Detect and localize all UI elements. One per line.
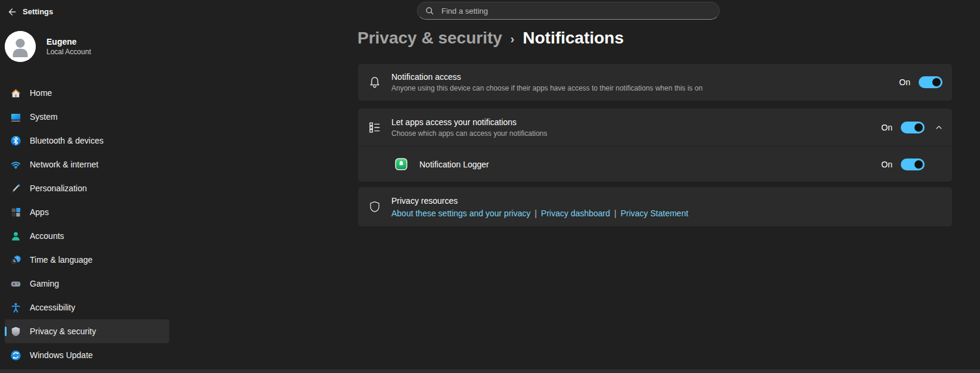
sidebar-item-accessibility[interactable]: Accessibility: [5, 296, 169, 319]
windows-update-icon: [10, 349, 21, 361]
setting-description: Choose which apps can access your notifi…: [391, 129, 881, 138]
system-icon: [10, 111, 21, 123]
avatar: [5, 31, 36, 62]
sidebar-nav: Home System Bluetooth & devices: [0, 81, 174, 367]
selection-indicator: [5, 327, 7, 336]
accessibility-person-icon: [10, 301, 21, 313]
setting-title: Privacy resources: [391, 195, 942, 206]
bluetooth-icon: [10, 135, 21, 147]
sidebar-item-accounts[interactable]: Accounts: [5, 224, 169, 248]
window-bottom-edge: [0, 369, 980, 373]
window-title: Settings: [23, 7, 53, 16]
toggle-state-label: On: [881, 160, 892, 169]
notification-logger-row: Notification Logger On: [358, 147, 952, 182]
privacy-links: About these settings and your privacy|Pr…: [391, 209, 942, 218]
toggle-state-label: On: [881, 123, 892, 132]
setting-title: Notification access: [391, 72, 899, 82]
link-separator: |: [614, 209, 617, 218]
link-privacy-dashboard[interactable]: Privacy dashboard: [541, 209, 610, 218]
sidebar-item-bluetooth-devices[interactable]: Bluetooth & devices: [5, 129, 169, 153]
toggle-knob: [932, 78, 941, 86]
sidebar-item-network-internet[interactable]: Network & internet: [5, 153, 169, 176]
sidebar-item-gaming[interactable]: Gaming: [5, 272, 169, 296]
clock-globe-icon: [10, 254, 21, 266]
gamepad-icon: [10, 278, 21, 290]
bell-icon: [358, 76, 391, 89]
paintbrush-icon: [10, 182, 21, 194]
app-name: Notification Logger: [419, 160, 489, 169]
link-about-settings-privacy[interactable]: About these settings and your privacy: [391, 209, 530, 218]
back-arrow-icon: [7, 7, 17, 17]
breadcrumb-chevron-icon: ›: [511, 32, 515, 46]
notification-access-toggle[interactable]: [919, 76, 942, 88]
breadcrumb-parent-link[interactable]: Privacy & security: [357, 29, 502, 48]
setting-title: Let apps access your notifications: [391, 117, 881, 128]
notification-access-card: Notification access Anyone using this de…: [357, 63, 953, 101]
shield-icon: [10, 325, 21, 337]
collapse-button[interactable]: [932, 120, 946, 135]
shield-outline-icon: [358, 200, 391, 213]
user-profile[interactable]: Eugene Local Account: [5, 31, 91, 62]
notification-logger-toggle[interactable]: [901, 158, 925, 170]
search-icon: [425, 6, 440, 15]
user-name: Eugene: [46, 36, 91, 47]
let-apps-access-group: Let apps access your notifications Choos…: [357, 108, 953, 182]
settings-content: Notification access Anyone using this de…: [357, 63, 953, 227]
sidebar-item-system[interactable]: System: [5, 105, 169, 129]
sidebar-item-time-language[interactable]: Time & language: [5, 248, 169, 272]
home-icon: [10, 87, 21, 99]
person-icon: [10, 230, 21, 242]
sidebar-item-privacy-security[interactable]: Privacy & security: [5, 319, 169, 343]
setting-description: Anyone using this device can choose if t…: [391, 83, 899, 93]
back-button[interactable]: [5, 5, 19, 19]
breadcrumb: Privacy & security › Notifications: [357, 29, 624, 48]
chevron-up-icon: [935, 123, 943, 132]
app-list-icon: [358, 121, 391, 134]
sidebar-item-personalization[interactable]: Personalization: [5, 176, 169, 200]
page-title: Notifications: [522, 29, 624, 48]
sidebar-item-windows-update[interactable]: Windows Update: [5, 343, 169, 367]
wifi-icon: [10, 158, 21, 170]
link-separator: |: [534, 209, 537, 218]
let-apps-access-toggle[interactable]: [901, 122, 925, 133]
search-box[interactable]: [417, 2, 720, 20]
toggle-knob: [914, 160, 923, 169]
sidebar-item-home[interactable]: Home: [5, 81, 169, 105]
user-account-type: Local Account: [46, 47, 91, 57]
apps-icon: [10, 206, 21, 218]
let-apps-access-header: Let apps access your notifications Choos…: [358, 108, 952, 147]
search-input[interactable]: [440, 6, 712, 16]
notification-logger-app-icon: [395, 158, 407, 170]
link-privacy-statement[interactable]: Privacy Statement: [621, 209, 689, 218]
toggle-knob: [914, 123, 923, 132]
toggle-state-label: On: [899, 77, 910, 87]
sidebar-item-apps[interactable]: Apps: [5, 200, 169, 224]
privacy-resources-card: Privacy resources About these settings a…: [357, 186, 953, 227]
